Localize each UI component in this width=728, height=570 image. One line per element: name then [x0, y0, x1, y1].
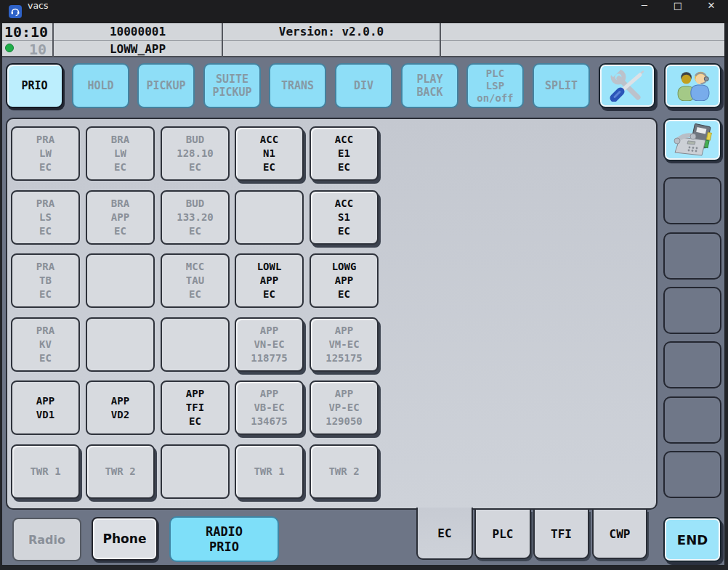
da-key[interactable]: APPVD2 — [86, 380, 155, 435]
da-key-label: KV — [39, 338, 52, 351]
da-key[interactable]: PRATBEC — [11, 253, 80, 308]
da-key[interactable]: APPVD1 — [11, 380, 80, 435]
rail-empty-slot[interactable] — [663, 287, 721, 334]
da-key-label: TWR 2 — [105, 465, 135, 479]
maximize-button[interactable]: □ — [661, 0, 695, 23]
da-key-label: EC — [39, 288, 52, 301]
da-key-label: TAU — [186, 274, 204, 288]
da-key[interactable]: TWR 1 — [235, 444, 304, 499]
prio-button[interactable]: PRIO — [6, 63, 63, 108]
div-button[interactable]: DIV — [335, 63, 392, 108]
da-key-label: BUD — [186, 197, 204, 211]
da-key-label: APP — [111, 394, 129, 408]
radio-prio-button[interactable]: RADIO PRIO — [169, 516, 279, 562]
status-bar: 10:10 10 10000001 LOWW_APP Version: v2.0… — [0, 23, 728, 57]
da-key[interactable]: APPVB-EC134675 — [235, 380, 304, 435]
rail-empty-slot[interactable] — [663, 232, 721, 280]
tab-label: TFI — [551, 527, 572, 541]
da-key[interactable]: PRALWEC — [11, 126, 80, 181]
da-key[interactable]: BUD133.20EC — [161, 190, 230, 245]
da-key[interactable]: BRAAPPEC — [86, 190, 155, 245]
settings-button[interactable] — [599, 63, 655, 108]
minimize-button[interactable]: ─ — [628, 0, 661, 23]
column-divider — [222, 23, 223, 57]
da-key[interactable] — [86, 253, 155, 308]
da-key[interactable]: TWR 2 — [310, 444, 379, 499]
da-key-label: APP — [335, 274, 353, 288]
da-key[interactable]: ACCE1EC — [310, 126, 379, 181]
rail-empty-slot[interactable] — [663, 177, 721, 224]
da-key[interactable] — [161, 317, 230, 372]
version-label: Version: v2.0.0 — [223, 23, 440, 40]
key-label: TRANS — [281, 79, 314, 92]
plc-lsp-button[interactable]: PLC LSP on/off — [466, 63, 524, 108]
tab-ec[interactable]: EC — [416, 508, 473, 560]
da-key-label: TWR 2 — [328, 465, 359, 479]
da-key[interactable]: APPTFIEC — [161, 380, 230, 435]
da-key-label: VD2 — [111, 408, 129, 422]
key-label: SPLIT — [545, 79, 578, 92]
da-key[interactable] — [161, 444, 230, 499]
da-key-label: TWR 1 — [30, 465, 60, 479]
da-key[interactable]: ACCN1EC — [235, 126, 304, 181]
tab-tfi[interactable]: TFI — [533, 510, 589, 559]
rail-empty-slot[interactable] — [663, 451, 721, 498]
da-key[interactable]: MCCTAUEC — [161, 253, 230, 308]
end-button[interactable]: END — [663, 517, 721, 562]
operators-button[interactable] — [664, 63, 721, 108]
da-key[interactable]: PRAKVEC — [11, 317, 80, 372]
da-key-panel: PRALWEC BRALWEC BUD128.10EC ACCN1EC ACCE… — [6, 118, 658, 510]
da-key[interactable]: APPVN-EC118775 — [235, 317, 304, 372]
da-key-label: 129050 — [325, 415, 363, 428]
rail-empty-slot[interactable] — [663, 341, 721, 388]
da-key-label: N1 — [263, 147, 275, 160]
da-key[interactable]: LOWGAPPEC — [310, 253, 379, 308]
playback-button[interactable]: PLAY BACK — [401, 63, 458, 108]
da-key[interactable]: TWR 1 — [11, 444, 80, 499]
key-label: PRIO — [21, 79, 47, 92]
da-key-label: BUD — [186, 133, 204, 147]
da-key[interactable]: APPVM-EC125175 — [310, 317, 379, 372]
da-key[interactable] — [86, 317, 155, 372]
da-key-label: VB-EC — [254, 401, 284, 415]
phone-mode-button[interactable]: Phone — [92, 517, 158, 561]
phonebook-button[interactable] — [663, 118, 721, 161]
key-label: PICKUP — [212, 86, 251, 99]
da-key[interactable]: BRALWEC — [86, 126, 155, 181]
close-button[interactable]: ✕ — [695, 0, 728, 23]
da-key-label: APP — [335, 387, 353, 401]
da-key-label: APP — [260, 387, 278, 401]
suite-pickup-button[interactable]: SUITE PICKUP — [203, 63, 261, 108]
pickup-button[interactable]: PICKUP — [137, 63, 195, 108]
split-button[interactable]: SPLIT — [533, 63, 590, 108]
key-label: BACK — [416, 86, 442, 99]
tab-cwp[interactable]: CWP — [592, 510, 647, 559]
station-id: 10000001 — [54, 23, 222, 40]
da-key[interactable]: APPVP-EC129050 — [310, 380, 379, 435]
da-key-label: EC — [114, 160, 126, 174]
da-key-label: LOWG — [332, 260, 357, 274]
da-key-label: S1 — [338, 211, 350, 224]
da-key-label: 128.10 — [177, 147, 214, 160]
tab-plc[interactable]: PLC — [474, 510, 531, 559]
da-key-label: ACC — [260, 133, 278, 147]
hold-button[interactable]: HOLD — [72, 63, 129, 108]
da-key-label: EC — [338, 224, 350, 238]
da-key[interactable] — [235, 190, 304, 245]
phone-directory-icon — [670, 123, 715, 157]
radio-mode-button[interactable]: Radio — [12, 518, 81, 561]
da-key[interactable]: LOWLAPPEC — [235, 253, 304, 308]
da-key-label: LW — [114, 147, 126, 160]
da-key[interactable]: PRALSEC — [11, 190, 80, 245]
key-label: DIV — [354, 79, 373, 92]
da-key-label: PRA — [36, 260, 54, 274]
trans-button[interactable]: TRANS — [269, 63, 326, 108]
wrench-screwdriver-icon — [608, 70, 646, 102]
da-key-label: E1 — [338, 147, 350, 160]
da-key[interactable]: ACCS1EC — [310, 190, 379, 245]
da-key[interactable]: TWR 2 — [86, 444, 155, 499]
da-key[interactable]: BUD128.10EC — [161, 126, 230, 181]
da-key-label: EC — [263, 160, 275, 174]
rail-empty-slot[interactable] — [663, 396, 721, 444]
window-title: vacs — [28, 0, 48, 23]
